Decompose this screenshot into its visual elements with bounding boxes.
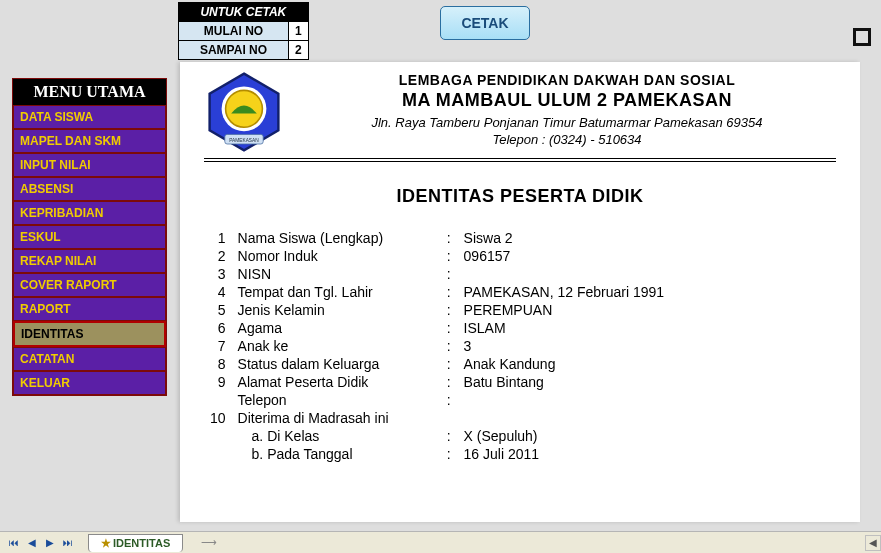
row-value — [458, 409, 671, 427]
sheet-nav-prev-icon[interactable]: ◀ — [24, 536, 40, 550]
row-value: 3 — [458, 337, 671, 355]
row-label: Alamat Peserta Didik — [232, 373, 440, 391]
menu-item-identitas[interactable]: IDENTITAS — [13, 321, 166, 347]
sheet-tab-bar: ⏮ ◀ ▶ ⏭ ★IDENTITAS ⟶ ◀ — [0, 531, 881, 553]
menu-item-raport[interactable]: RAPORT — [13, 297, 166, 321]
document-page: PAMEKASAN LEMBAGA PENDIDIKAN DAKWAH DAN … — [180, 62, 860, 522]
sheet-nav-first-icon[interactable]: ⏮ — [6, 536, 22, 550]
row-num: 2 — [204, 247, 232, 265]
menu-item-kepribadian[interactable]: KEPRIBADIAN — [13, 201, 166, 225]
menu-item-absensi[interactable]: ABSENSI — [13, 177, 166, 201]
row-label: Status dalam Keluarga — [232, 355, 440, 373]
row-label: Jenis Kelamin — [232, 301, 440, 319]
row-value — [458, 391, 671, 409]
print-range-table: UNTUK CETAK MULAI NO 1 SAMPAI NO 2 — [178, 2, 309, 60]
print-end-label: SAMPAI NO — [179, 41, 289, 60]
row-value: 096157 — [458, 247, 671, 265]
row-num: 1 — [204, 229, 232, 247]
print-start-label: MULAI NO — [179, 22, 289, 41]
row-sub-label: b. Pada Tanggal — [232, 445, 440, 463]
row-value: ISLAM — [458, 319, 671, 337]
row-num: 7 — [204, 337, 232, 355]
row-num: 9 — [204, 373, 232, 391]
menu-header: MENU UTAMA — [13, 79, 166, 105]
row-num: 6 — [204, 319, 232, 337]
sheet-nav-last-icon[interactable]: ⏭ — [60, 536, 76, 550]
row-num: 3 — [204, 265, 232, 283]
print-end-value[interactable]: 2 — [289, 41, 309, 60]
menu-item-input-nilai[interactable]: INPUT NILAI — [13, 153, 166, 177]
row-num: 10 — [204, 409, 232, 427]
row-num: 4 — [204, 283, 232, 301]
institution-line2: MA MAMBAUL ULUM 2 PAMEKASAN — [298, 90, 836, 111]
row-value: PEREMPUAN — [458, 301, 671, 319]
menu-item-data-siswa[interactable]: DATA SISWA — [13, 105, 166, 129]
row-num: 5 — [204, 301, 232, 319]
menu-item-mapel-skm[interactable]: MAPEL DAN SKM — [13, 129, 166, 153]
row-label: NISN — [232, 265, 440, 283]
row-num: 8 — [204, 355, 232, 373]
row-label: Telepon — [232, 391, 440, 409]
school-logo-icon: PAMEKASAN — [204, 72, 284, 152]
sheet-tab-identitas[interactable]: ★IDENTITAS — [88, 534, 183, 552]
row-value: Siswa 2 — [458, 229, 671, 247]
doc-title: IDENTITAS PESERTA DIDIK — [204, 186, 836, 207]
institution-address: Jln. Raya Tamberu Ponjanan Timur Batumar… — [298, 115, 836, 130]
identity-fields: 1Nama Siswa (Lengkap):Siswa 2 2Nomor Ind… — [204, 229, 836, 463]
row-sub-value: 16 Juli 2011 — [458, 445, 671, 463]
row-num — [204, 391, 232, 409]
row-value: Anak Kandung — [458, 355, 671, 373]
sheet-scroll-left-icon[interactable]: ◀ — [865, 535, 881, 551]
main-menu: MENU UTAMA DATA SISWA MAPEL DAN SKM INPU… — [12, 78, 167, 396]
institution-line1: LEMBAGA PENDIDIKAN DAKWAH DAN SOSIAL — [298, 72, 836, 88]
menu-item-rekap-nilai[interactable]: REKAP NILAI — [13, 249, 166, 273]
row-value — [458, 265, 671, 283]
row-value: PAMEKASAN, 12 Februari 1991 — [458, 283, 671, 301]
print-button[interactable]: CETAK — [440, 6, 530, 40]
row-label: Agama — [232, 319, 440, 337]
print-start-value[interactable]: 1 — [289, 22, 309, 41]
menu-item-keluar[interactable]: KELUAR — [13, 371, 166, 395]
star-icon: ★ — [101, 537, 111, 549]
menu-item-catatan[interactable]: CATATAN — [13, 347, 166, 371]
menu-item-eskul[interactable]: ESKUL — [13, 225, 166, 249]
stop-icon — [853, 28, 871, 46]
menu-item-cover-raport[interactable]: COVER RAPORT — [13, 273, 166, 297]
row-sub-value: X (Sepuluh) — [458, 427, 671, 445]
row-label: Nama Siswa (Lengkap) — [232, 229, 440, 247]
print-header: UNTUK CETAK — [179, 3, 309, 22]
sheet-tab-next[interactable]: ⟶ — [189, 534, 229, 551]
institution-phone: Telepon : (0324) - 510634 — [298, 132, 836, 147]
row-sub-label: a. Di Kelas — [232, 427, 440, 445]
row-value: Batu Bintang — [458, 373, 671, 391]
row-label: Anak ke — [232, 337, 440, 355]
row-label: Diterima di Madrasah ini — [232, 409, 440, 427]
svg-text:PAMEKASAN: PAMEKASAN — [229, 138, 259, 143]
row-label: Tempat dan Tgl. Lahir — [232, 283, 440, 301]
sheet-nav-next-icon[interactable]: ▶ — [42, 536, 58, 550]
row-label: Nomor Induk — [232, 247, 440, 265]
